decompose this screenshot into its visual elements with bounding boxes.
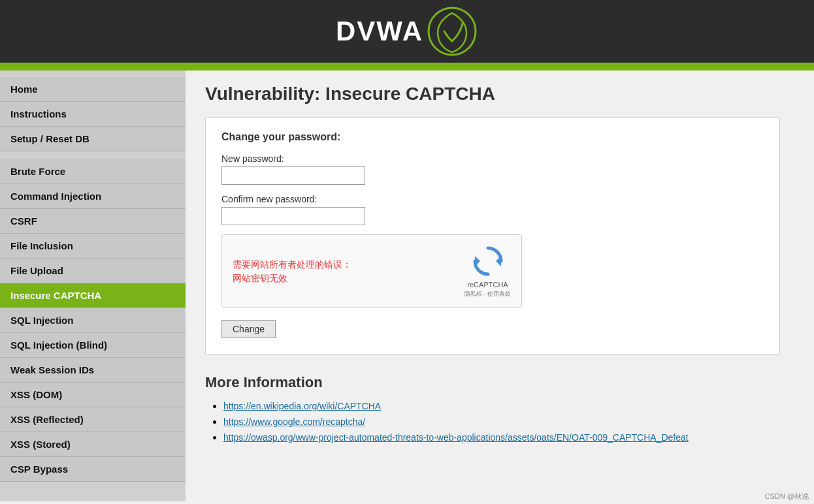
watermark: CSDN @秋说	[765, 492, 809, 501]
list-item: https://www.google.com/recaptcha/	[223, 416, 794, 428]
sidebar-item-home[interactable]: Home	[0, 77, 186, 102]
sidebar-item-command-injection[interactable]: Command Injection	[0, 184, 186, 209]
change-button[interactable]: Change	[221, 320, 276, 338]
sidebar-item-file-upload[interactable]: File Upload	[0, 259, 186, 283]
confirm-password-input[interactable]	[221, 207, 365, 225]
form-box-title: Change your password:	[221, 131, 764, 143]
recaptcha-label: reCAPTCHA	[467, 281, 508, 289]
main-content: Vulnerability: Insecure CAPTCHA Change y…	[186, 71, 814, 501]
recaptcha-links: 隐私权 - 使用条款	[464, 290, 511, 298]
sidebar-item-sql-injection[interactable]: SQL Injection	[0, 308, 186, 333]
confirm-password-group: Confirm new password:	[221, 194, 764, 225]
page-title: Vulnerability: Insecure CAPTCHA	[205, 84, 794, 104]
new-password-group: New password:	[221, 153, 764, 185]
sidebar-item-xss-dom[interactable]: XSS (DOM)	[0, 383, 186, 407]
sidebar-item-csrf[interactable]: CSRF	[0, 209, 186, 234]
sidebar-gap	[0, 151, 186, 159]
sidebar-item-xss-reflected[interactable]: XSS (Reflected)	[0, 407, 186, 432]
new-password-input[interactable]	[221, 166, 365, 185]
recaptcha-right: reCAPTCHA 隐私权 - 使用条款	[464, 244, 511, 298]
recaptcha-error: 需要网站所有者处理的错误： 网站密钥无效	[233, 258, 351, 285]
sidebar-item-csp-bypass[interactable]: CSP Bypass	[0, 457, 186, 482]
link-google-recaptcha[interactable]: https://www.google.com/recaptcha/	[223, 417, 365, 427]
green-bar	[0, 65, 814, 71]
confirm-password-label: Confirm new password:	[221, 194, 764, 204]
form-box: Change your password: New password: Conf…	[205, 118, 780, 354]
svg-point-0	[429, 8, 476, 55]
recaptcha-widget[interactable]: 需要网站所有者处理的错误： 网站密钥无效 reCAPTCHA 隐私权 - 使用条…	[221, 234, 522, 308]
layout: Home Instructions Setup / Reset DB Brute…	[0, 71, 814, 501]
recaptcha-error-line2: 网站密钥无效	[233, 273, 287, 283]
new-password-label: New password:	[221, 153, 764, 164]
more-info-list: https://en.wikipedia.org/wiki/CAPTCHA ht…	[205, 400, 794, 443]
sidebar-item-weak-session-ids[interactable]: Weak Session IDs	[0, 358, 186, 383]
sidebar-item-setup[interactable]: Setup / Reset DB	[0, 127, 186, 151]
recaptcha-icon	[471, 244, 505, 278]
dvwa-logo-icon	[426, 5, 478, 57]
sidebar-item-insecure-captcha[interactable]: Insecure CAPTCHA	[0, 283, 186, 308]
sidebar-item-sql-injection-blind[interactable]: SQL Injection (Blind)	[0, 333, 186, 358]
svg-marker-2	[475, 256, 480, 266]
svg-marker-1	[496, 256, 501, 266]
sidebar-item-brute-force[interactable]: Brute Force	[0, 159, 186, 184]
sidebar-item-xss-stored[interactable]: XSS (Stored)	[0, 432, 186, 457]
logo-text: DVWA	[336, 16, 423, 47]
list-item: https://owasp.org/www-project-automated-…	[223, 432, 794, 443]
header: DVWA	[0, 0, 814, 65]
sidebar: Home Instructions Setup / Reset DB Brute…	[0, 71, 186, 501]
logo-container: DVWA	[336, 5, 478, 57]
recaptcha-error-line1: 需要网站所有者处理的错误：	[233, 259, 351, 270]
more-info-title: More Information	[205, 374, 794, 391]
link-owasp[interactable]: https://owasp.org/www-project-automated-…	[223, 432, 689, 443]
list-item: https://en.wikipedia.org/wiki/CAPTCHA	[223, 400, 794, 412]
link-wikipedia[interactable]: https://en.wikipedia.org/wiki/CAPTCHA	[223, 401, 381, 411]
sidebar-item-instructions[interactable]: Instructions	[0, 102, 186, 127]
sidebar-item-file-inclusion[interactable]: File Inclusion	[0, 234, 186, 259]
